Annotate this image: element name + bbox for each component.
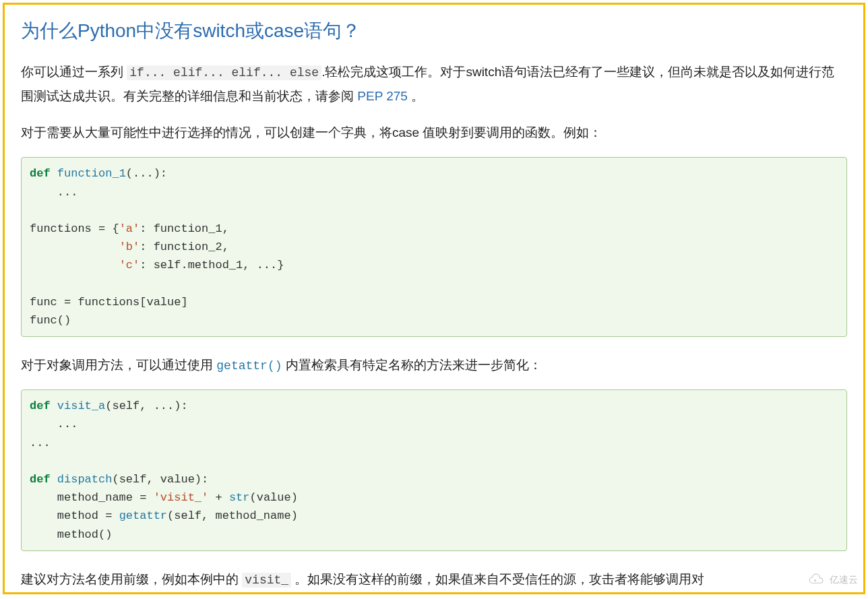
text: 。如果没有这样的前缀，如果值来自不受信任的源，攻击者将能够调用对 bbox=[291, 572, 704, 586]
inline-code: visit_ bbox=[242, 573, 291, 588]
string-literal: 'c' bbox=[119, 259, 140, 272]
code-text bbox=[30, 259, 119, 272]
code-text: ... bbox=[30, 186, 78, 199]
paragraph-2: 对于需要从大量可能性中进行选择的情况，可以创建一个字典，将case 值映射到要调… bbox=[21, 121, 847, 145]
text: 内置检索具有特定名称的方法来进一步简化： bbox=[282, 358, 542, 372]
keyword-def: def bbox=[30, 167, 51, 180]
string-literal: 'b' bbox=[119, 241, 140, 253]
inline-code: getattr() bbox=[216, 359, 282, 373]
text: 建议对方法名使用前缀，例如本例中的 bbox=[21, 572, 242, 586]
code-text: (value) bbox=[249, 491, 297, 504]
code-text: (...): bbox=[126, 167, 167, 180]
func-name: dispatch bbox=[51, 473, 113, 486]
code-block-2: def visit_a(self, ...): ... ... def disp… bbox=[21, 389, 847, 551]
code-text: func = functions[value] bbox=[30, 296, 188, 309]
paragraph-1: 你可以通过一系列 if... elif... elif... else.轻松完成… bbox=[21, 60, 847, 108]
code-text: func() bbox=[30, 314, 71, 327]
inline-code: if... elif... elif... else bbox=[127, 65, 321, 80]
code-text: + bbox=[208, 491, 229, 504]
watermark-text: 亿速云 bbox=[830, 574, 858, 586]
code-text: (self, method_name) bbox=[167, 509, 298, 522]
code-text: method_name = bbox=[30, 491, 154, 504]
code-text: : function_1, bbox=[140, 222, 229, 235]
text: 对于对象调用方法，可以通过使用 bbox=[21, 358, 216, 372]
code-text: method = bbox=[30, 509, 119, 522]
code-text bbox=[30, 241, 119, 253]
builtin-fn: getattr bbox=[119, 509, 167, 522]
text: 你可以通过一系列 bbox=[21, 65, 127, 79]
code-text: method() bbox=[30, 528, 112, 541]
string-literal: 'a' bbox=[119, 222, 140, 235]
paragraph-4: 建议对方法名使用前缀，例如本例中的 visit_ 。如果没有这样的前缀，如果值来… bbox=[21, 567, 847, 592]
code-text: : function_2, bbox=[140, 241, 229, 253]
keyword-def: def bbox=[30, 400, 51, 412]
page-title: 为什么Python中没有switch或case语句？ bbox=[21, 18, 847, 44]
code-text: : self.method_1, ...} bbox=[140, 259, 284, 272]
watermark: 亿速云 bbox=[807, 573, 858, 587]
code-text: (self, value): bbox=[112, 473, 208, 486]
code-text: ... bbox=[30, 437, 51, 449]
func-name: function_1 bbox=[51, 167, 126, 180]
keyword-def: def bbox=[30, 473, 51, 486]
paragraph-3: 对于对象调用方法，可以通过使用 getattr() 内置检索具有特定名称的方法来… bbox=[21, 353, 847, 377]
code-text: (self, ...): bbox=[105, 400, 187, 412]
builtin-fn: str bbox=[229, 491, 250, 504]
pep-275-link[interactable]: PEP 275 bbox=[357, 89, 408, 103]
svg-point-0 bbox=[814, 579, 816, 581]
code-text: functions = { bbox=[30, 222, 119, 235]
code-block-1: def function_1(...): ... functions = {'a… bbox=[21, 157, 847, 337]
document-container: 为什么Python中没有switch或case语句？ 你可以通过一系列 if..… bbox=[3, 3, 865, 594]
func-name: visit_a bbox=[51, 400, 106, 412]
code-text: ... bbox=[30, 418, 78, 431]
string-literal: 'visit_' bbox=[154, 491, 209, 504]
text: 。 bbox=[408, 89, 424, 103]
cloud-icon bbox=[807, 573, 826, 587]
